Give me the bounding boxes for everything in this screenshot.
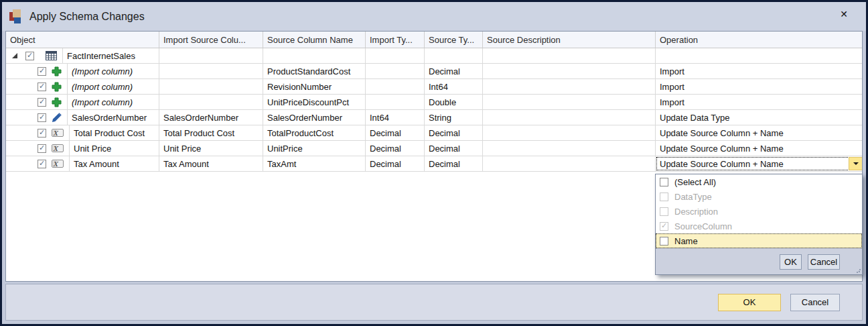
column-header-operation[interactable]: Operation [656, 32, 863, 48]
column-header-label: Source Description [487, 35, 561, 45]
object-cell: (Import column) [6, 79, 159, 94]
cancel-button[interactable]: Cancel [790, 294, 840, 311]
source-description-cell [483, 141, 656, 156]
table-row[interactable]: (Import column)UnitPriceDiscountPctDoubl… [6, 95, 862, 110]
dropdown-item-checkbox[interactable] [660, 178, 668, 186]
column-header-label: Import Ty... [370, 35, 413, 45]
import-type-cell: Decimal [366, 156, 425, 171]
source-description-cell [483, 48, 656, 63]
import-type-cell [366, 48, 425, 63]
resize-grip[interactable] [855, 267, 860, 272]
object-name-box: (Import column) [67, 95, 159, 109]
row-checkbox[interactable] [38, 67, 46, 76]
dropdown-item-description: Description [656, 204, 862, 219]
object-name-box: (Import column) [67, 64, 159, 78]
dropdown-item-select-all[interactable]: (Select All) [656, 174, 862, 189]
object-cell: XTax Amount [6, 156, 159, 171]
operation-combobox[interactable]: Update Source Column + Name [656, 156, 863, 171]
table-row[interactable]: XTotal Product CostTotal Product CostTot… [6, 125, 862, 141]
source-description-cell [483, 125, 656, 140]
source-type-cell [425, 48, 483, 63]
source-description-cell [483, 110, 656, 125]
operation-value: Import [660, 66, 684, 76]
source-type-cell: Decimal [425, 156, 483, 171]
import-source-column-cell [159, 48, 263, 63]
apply-schema-changes-dialog: Apply Schema Changes ✕ ObjectImport Sour… [0, 0, 868, 326]
row-checkbox[interactable] [25, 52, 34, 60]
operation-value: Import [660, 82, 684, 92]
column-icon: X [52, 129, 64, 137]
operation-cell: Import [656, 79, 863, 94]
operation-cell: Import [656, 95, 863, 109]
grid-header-row: ObjectImport Source Colu...Source Column… [6, 32, 862, 48]
dropdown-item-label: DataType [674, 192, 712, 202]
table-row[interactable]: XTax AmountTax AmountTaxAmtDecimalDecima… [6, 156, 862, 172]
source-column-name-cell: SalesOrderNumber [263, 110, 366, 125]
table-row[interactable]: (Import column)RevisionNumberInt64Import [6, 79, 862, 95]
object-name: Tax Amount [74, 159, 119, 169]
dropdown-item-name[interactable]: Name [656, 233, 862, 248]
operation-cell: Update Source Column + Name [656, 125, 863, 140]
source-description-cell [483, 64, 656, 78]
row-checkbox[interactable] [38, 144, 46, 153]
source-column-name-cell [263, 48, 366, 63]
column-header-import-ty[interactable]: Import Ty... [366, 32, 425, 48]
source-type-cell: Double [425, 95, 483, 109]
object-name-box: Unit Price [69, 141, 159, 156]
object-cell: (Import column) [6, 64, 159, 78]
object-name-box: Total Product Cost [69, 125, 159, 140]
operation-cell: Update Source Column + Name [656, 141, 863, 156]
import-type-cell: Decimal [366, 125, 425, 140]
table-row[interactable]: FactInternetSales [6, 48, 862, 64]
object-name: (Import column) [72, 66, 133, 76]
dropdown-ok-button[interactable]: OK [780, 254, 802, 270]
dropdown-item-label: Description [674, 207, 718, 217]
add-icon [52, 82, 62, 92]
operation-cell [656, 48, 863, 63]
column-header-label: Source Column Name [267, 35, 353, 45]
source-type-cell: Decimal [425, 125, 483, 140]
table-icon [46, 51, 57, 60]
object-cell: XTotal Product Cost [6, 125, 159, 140]
row-checkbox[interactable] [38, 129, 46, 138]
object-name: FactInternetSales [67, 51, 135, 61]
dropdown-item-checkbox[interactable] [660, 237, 668, 246]
row-checkbox[interactable] [38, 113, 46, 122]
operation-value: Update Source Column + Name [660, 128, 784, 138]
object-name: (Import column) [72, 97, 133, 107]
import-type-cell [366, 64, 425, 78]
row-checkbox[interactable] [38, 160, 46, 168]
column-header-object[interactable]: Object [6, 32, 159, 48]
column-header-source-description[interactable]: Source Description [483, 32, 656, 48]
column-header-import-source-colu[interactable]: Import Source Colu... [159, 32, 263, 48]
tree-expander-icon[interactable] [12, 53, 17, 58]
row-checkbox[interactable] [38, 83, 46, 91]
import-source-column-cell: Tax Amount [159, 156, 263, 171]
table-row[interactable]: XUnit PriceUnit PriceUnitPriceDecimalDec… [6, 141, 862, 156]
source-type-cell: Decimal [425, 141, 483, 156]
app-icon [9, 9, 23, 24]
column-header-source-ty[interactable]: Source Ty... [425, 32, 483, 48]
import-source-column-cell: Unit Price [159, 141, 263, 156]
row-checkbox[interactable] [38, 98, 46, 107]
edit-icon [52, 113, 62, 123]
table-row[interactable]: SalesOrderNumberSalesOrderNumberSalesOrd… [6, 110, 862, 125]
ok-button[interactable]: OK [718, 294, 781, 311]
column-header-label: Operation [660, 35, 698, 45]
import-type-cell: Int64 [366, 110, 425, 125]
import-type-cell [366, 79, 425, 94]
object-cell: FactInternetSales [6, 48, 159, 63]
import-source-column-cell: Total Product Cost [159, 125, 263, 140]
dialog-title: Apply Schema Changes [29, 11, 145, 23]
source-description-cell [483, 79, 656, 94]
dropdown-item-datatype: DataType [656, 189, 862, 204]
column-header-source-column-name[interactable]: Source Column Name [263, 32, 366, 48]
table-row[interactable]: (Import column)ProductStandardCostDecima… [6, 64, 862, 79]
dropdown-cancel-button[interactable]: Cancel [808, 254, 840, 270]
dropdown-item-label: SourceColumn [674, 221, 732, 231]
source-column-name-cell: ProductStandardCost [263, 64, 366, 78]
dropdown-button[interactable] [849, 157, 863, 170]
source-column-name-cell: TotalProductCost [263, 125, 366, 140]
close-icon[interactable]: ✕ [840, 9, 848, 19]
dropdown-item-label: Name [674, 236, 698, 246]
